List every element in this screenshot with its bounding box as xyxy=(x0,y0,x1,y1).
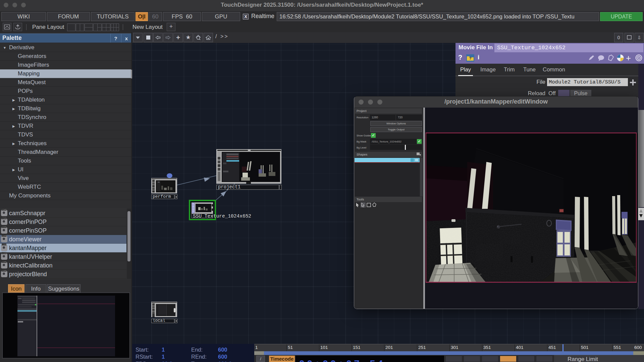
svg-text:?: ? xyxy=(469,56,472,60)
